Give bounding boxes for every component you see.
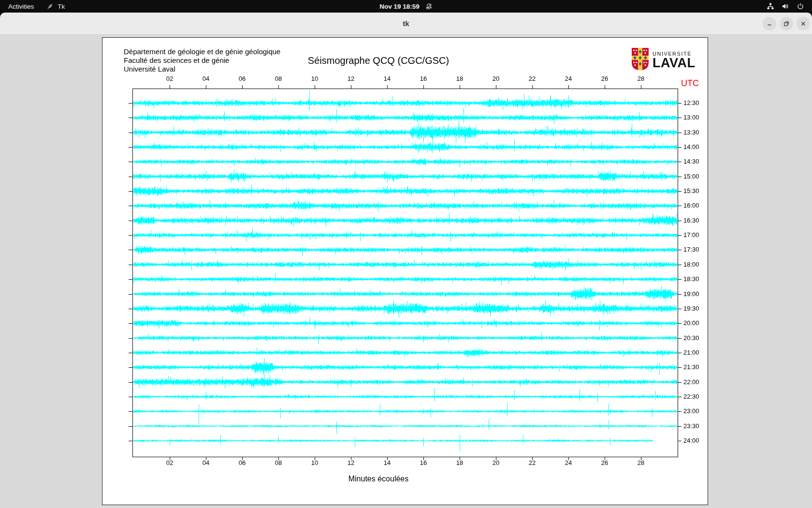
x-tick-label-bottom: 12 (348, 459, 354, 466)
seismogram-plot (102, 38, 708, 505)
window-titlebar[interactable]: tk (0, 13, 812, 35)
x-tick-label-bottom: 20 (493, 459, 499, 466)
window-title: tk (403, 19, 409, 28)
x-tick-label-top: 26 (601, 75, 608, 82)
gnome-top-bar: Activities Tk Nov 19 18:59 (0, 0, 812, 13)
power-icon[interactable] (797, 2, 804, 10)
focused-app-indicator[interactable]: Tk (46, 3, 65, 10)
x-tick-label-bottom: 16 (420, 459, 427, 466)
x-tick-label-bottom: 22 (529, 459, 536, 466)
tk-feather-icon (46, 3, 54, 10)
utc-time-label: 24:00 (683, 437, 699, 444)
close-button[interactable] (797, 17, 810, 30)
laval-crest-icon (631, 47, 649, 73)
x-tick-label-top: 02 (166, 75, 173, 82)
notifications-muted-icon (425, 3, 433, 10)
plot-title: Séismographe QCQ (CGC/GSC) (102, 55, 654, 66)
utc-time-label: 23:30 (683, 422, 699, 430)
utc-time-label: 23:00 (683, 407, 699, 415)
activities-button[interactable]: Activities (8, 3, 34, 10)
utc-time-label: 22:00 (683, 378, 699, 386)
utc-time-label: 17:00 (683, 231, 699, 239)
x-tick-label-bottom: 24 (565, 459, 572, 466)
x-axis-title: Minutes écoulées (102, 475, 654, 483)
x-tick-label-top: 16 (420, 75, 427, 82)
clock[interactable]: Nov 19 18:59 (379, 3, 420, 10)
x-tick-label-bottom: 04 (203, 459, 209, 466)
x-tick-label-bottom: 10 (311, 459, 318, 466)
utc-time-label: 19:00 (683, 290, 699, 298)
x-tick-label-top: 22 (529, 75, 536, 82)
utc-time-label: 18:30 (683, 275, 699, 283)
utc-time-label: 12:30 (683, 99, 699, 106)
volume-icon[interactable] (782, 2, 789, 10)
utc-axis-label: UTC (681, 78, 699, 89)
minimize-button[interactable] (763, 17, 776, 30)
x-tick-label-top: 10 (311, 75, 318, 82)
x-tick-label-bottom: 14 (384, 459, 391, 466)
x-tick-label-top: 18 (456, 75, 463, 82)
x-tick-label-bottom: 18 (456, 459, 463, 466)
maximize-button[interactable] (780, 17, 793, 30)
x-tick-label-top: 24 (565, 75, 572, 82)
x-tick-label-top: 20 (493, 75, 499, 82)
utc-time-label: 19:30 (683, 305, 699, 312)
utc-time-label: 13:30 (683, 129, 699, 136)
x-tick-label-bottom: 02 (166, 459, 173, 466)
x-tick-label-top: 12 (348, 75, 354, 82)
logo-laval-label: LAVAL (652, 57, 695, 69)
seismograph-canvas: Département de géologie et de génie géol… (102, 38, 708, 505)
utc-time-label: 16:00 (683, 202, 699, 209)
x-tick-label-bottom: 06 (239, 459, 246, 466)
utc-time-label: 15:00 (683, 173, 699, 180)
focused-app-label: Tk (58, 3, 65, 10)
utc-time-label: 21:00 (683, 349, 699, 356)
utc-time-label: 16:30 (683, 217, 699, 224)
x-tick-label-bottom: 08 (275, 459, 282, 466)
x-tick-label-top: 06 (239, 75, 246, 82)
x-tick-label-bottom: 26 (601, 459, 608, 466)
x-tick-label-top: 04 (203, 75, 209, 82)
universite-laval-logo: UNIVERSITÉ LAVAL (631, 47, 695, 73)
network-icon[interactable] (767, 2, 774, 10)
utc-time-label: 20:00 (683, 319, 699, 327)
x-tick-label-top: 08 (275, 75, 282, 82)
utc-time-label: 22:30 (683, 393, 699, 400)
utc-time-label: 17:30 (683, 246, 699, 253)
x-tick-label-top: 28 (638, 75, 644, 82)
x-tick-label-top: 14 (384, 75, 391, 82)
x-tick-label-bottom: 28 (638, 459, 644, 466)
utc-time-label: 13:00 (683, 114, 699, 121)
utc-time-label: 14:00 (683, 143, 699, 150)
tk-window-body: Département de géologie et de génie géol… (0, 35, 812, 508)
utc-time-label: 18:00 (683, 261, 699, 268)
utc-time-label: 14:30 (683, 158, 699, 165)
utc-time-label: 15:30 (683, 187, 699, 194)
utc-time-label: 21:30 (683, 363, 699, 371)
utc-time-label: 20:30 (683, 334, 699, 342)
